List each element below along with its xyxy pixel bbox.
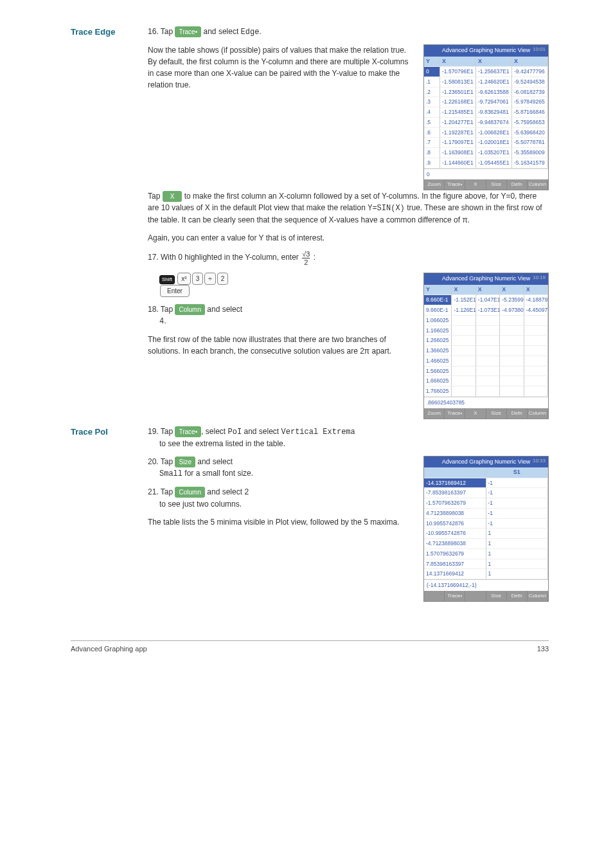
menu-trace[interactable]: Trace• (445, 179, 465, 190)
table-cell (500, 336, 524, 346)
table-cell (452, 326, 475, 336)
table-cell (524, 336, 548, 346)
menu-blank (424, 591, 445, 601)
step-16-post: and select (201, 27, 240, 36)
table-cell: 1 (486, 529, 549, 539)
table-row: -10.99557428761 (424, 529, 548, 539)
table-row: .4-1.215485E1-9.83629481-5.87166846 (424, 107, 548, 118)
table-cell: -5.97849265 (512, 97, 548, 107)
size-button[interactable]: Size (175, 457, 195, 467)
table-cell: 1.666025 (424, 376, 452, 386)
table-cell: -1.073E1 (476, 305, 500, 316)
period: . (259, 27, 261, 36)
table-cell (476, 326, 500, 336)
table-cell: 1.466025 (424, 356, 452, 366)
table-cell: -5.23599 (500, 295, 524, 305)
num3-key[interactable]: 3 (192, 273, 204, 285)
menu-column[interactable]: Column (528, 179, 548, 190)
table-cell: -1.144660E1 (440, 158, 476, 168)
x-button[interactable]: X (163, 191, 182, 202)
menu-x[interactable]: X (465, 179, 486, 190)
step-16-pre: 16. Tap (148, 27, 175, 36)
table-cell: -10.9955742876 (424, 529, 486, 539)
table-cell: .1 (424, 77, 440, 87)
table-cell (500, 346, 524, 356)
table-cell (524, 326, 548, 336)
x2-key[interactable]: x² (177, 273, 190, 285)
screen-time: 10:33 (533, 457, 546, 465)
table-cell: -1.256637E1 (476, 67, 512, 77)
table-cell (524, 316, 548, 326)
col-header-x1: X (452, 285, 475, 296)
table-cell: 1.566025 (424, 366, 452, 377)
menu-defn[interactable]: Defn (507, 408, 528, 419)
table-cell (524, 346, 548, 356)
table-cell (452, 316, 475, 326)
step-18: 18. Tap Column and select 4. (148, 303, 416, 327)
table-cell: -1.179097E1 (440, 138, 476, 148)
table-cell: .6 (424, 128, 440, 138)
menu-size[interactable]: Size (486, 591, 507, 601)
menu-x[interactable]: X (465, 408, 486, 419)
table-cell: .8 (424, 148, 440, 158)
table-row: -1.57079632679-1 (424, 498, 548, 509)
table-cell: -9.94837674 (476, 118, 512, 128)
table-cell: -4.18879 (524, 295, 548, 305)
txt: and select (205, 487, 244, 496)
div-key[interactable]: ÷ (204, 273, 216, 285)
footer-app-name: Advanced Graphing app (71, 644, 147, 655)
menu-size[interactable]: Size (486, 179, 507, 190)
column-button[interactable]: Column (175, 487, 204, 498)
table-cell: 10.9955742876 (424, 519, 486, 529)
table-cell: 7.85398163397 (424, 559, 486, 570)
trace-button[interactable]: Trace• (175, 426, 201, 437)
txt: to see just two columns. (159, 500, 242, 509)
table-cell: -1.163908E1 (440, 148, 476, 158)
menu-defn[interactable]: Defn (507, 179, 528, 190)
enter-key[interactable]: Enter (160, 285, 190, 297)
screen-title: Advanced Graphing Numeric View (442, 275, 530, 282)
table-cell: -5.50778781 (512, 138, 548, 148)
table-cell (452, 356, 475, 366)
table-cell (476, 316, 500, 326)
step-20: 20. Tap Size and select Small for a smal… (148, 456, 416, 480)
table-cell: -7.85398163397 (424, 488, 486, 498)
txt: : (311, 253, 315, 262)
col-header-blank (424, 467, 486, 478)
menu-defn[interactable]: Defn (507, 591, 528, 601)
table-row: -14.1371669412-1 (424, 478, 548, 489)
table-row: -4.712388980381 (424, 539, 548, 549)
table-cell: -5.16341579 (512, 158, 548, 168)
table-cell: -9.52494538 (512, 77, 548, 87)
menu-trace[interactable]: Trace• (445, 408, 465, 419)
section-heading-trace-edge: Trace Edge (71, 26, 148, 39)
menu-column[interactable]: Column (528, 408, 548, 419)
table-cell: -1.204277E1 (440, 118, 476, 128)
table-cell: -9.72947061 (476, 97, 512, 107)
table-cell (500, 376, 524, 386)
menu-zoom[interactable]: Zoom (424, 408, 445, 419)
step-19: 19. Tap Trace•, select PoI and select Ve… (148, 426, 549, 449)
menu-size[interactable]: Size (486, 408, 507, 419)
table-cell: 8.660E-1 (424, 295, 452, 305)
table-cell: 1 (486, 569, 549, 579)
table-row: 1.366025 (424, 346, 548, 356)
table-cell: 1 (486, 559, 549, 570)
menu-trace[interactable]: Trace• (445, 591, 465, 601)
shift-key[interactable]: Shift (159, 275, 175, 284)
table-cell: 1.166025 (424, 326, 452, 336)
num2-key[interactable]: 2 (217, 273, 229, 285)
table-row: 1.666025 (424, 376, 548, 386)
menu-zoom[interactable]: Zoom (424, 179, 445, 190)
table-row: .1-1.580813E1-1.246620E1-9.52494538 (424, 77, 548, 87)
table-cell: -1 (486, 498, 549, 509)
table-cell (524, 386, 548, 397)
menu-column[interactable]: Column (528, 591, 548, 601)
txt: 21. Tap (148, 487, 175, 496)
para-again: Again, you can enter a value for Y that … (148, 232, 549, 244)
table-cell: -4.71238898038 (424, 539, 486, 549)
column-button[interactable]: Column (175, 304, 204, 315)
trace-button[interactable]: Trace• (175, 26, 201, 37)
page-footer: Advanced Graphing app 133 (71, 640, 549, 655)
table-cell: -5.35589009 (512, 148, 548, 158)
